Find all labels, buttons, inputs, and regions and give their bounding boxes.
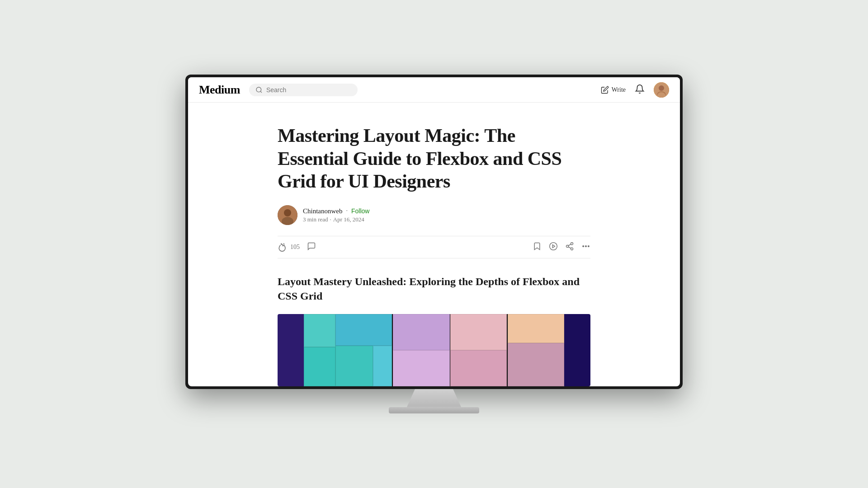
svg-point-0 (256, 87, 261, 92)
cell-pink-top (450, 314, 507, 350)
col-pink (450, 314, 507, 386)
col-blue (335, 314, 392, 386)
svg-point-12 (571, 248, 573, 250)
cell-blue-bottom-group (335, 346, 392, 386)
article-image (278, 314, 590, 386)
cell-lavender-bottom (393, 350, 449, 386)
user-avatar[interactable] (654, 82, 669, 98)
cell-cyan-top (304, 314, 335, 347)
author-info: Chintanonweb · Follow 3 min read · Apr 1… (303, 207, 369, 223)
svg-line-13 (568, 247, 571, 249)
svg-point-15 (583, 246, 584, 247)
app-logo[interactable]: Medium (199, 83, 240, 97)
cell-teal (335, 346, 373, 386)
col-purple-right (564, 314, 590, 386)
play-icon (549, 242, 558, 251)
author-name-row: Chintanonweb · Follow (303, 207, 369, 215)
save-button[interactable] (533, 242, 542, 253)
color-grid (278, 314, 590, 386)
col-purple-left (278, 314, 304, 386)
author-avatar[interactable] (278, 205, 297, 225)
avatar-svg (654, 82, 669, 98)
col-salmon (508, 314, 564, 386)
col-lavender (393, 314, 449, 386)
notifications-button[interactable] (635, 84, 645, 96)
article-container: Mastering Layout Magic: The Essential Gu… (267, 103, 601, 386)
svg-point-17 (588, 246, 590, 247)
clap-icon (278, 242, 288, 252)
share-button[interactable] (565, 242, 574, 253)
comment-icon (307, 242, 316, 251)
read-time: 3 min read (303, 216, 328, 223)
article-meta: 3 min read · Apr 16, 2024 (303, 216, 369, 223)
svg-point-6 (284, 209, 291, 216)
bell-icon (635, 84, 645, 94)
follow-button[interactable]: Follow (351, 207, 369, 215)
publish-date: Apr 16, 2024 (333, 216, 364, 223)
search-input[interactable] (266, 86, 351, 94)
browser-content: Medium Write (188, 77, 680, 386)
author-avatar-svg (278, 205, 297, 225)
listen-button[interactable] (549, 242, 558, 253)
author-dot: · (346, 207, 348, 215)
cell-cyan-bottom (304, 347, 335, 386)
cell-salmon-top (508, 314, 564, 343)
cell-sky (373, 346, 392, 386)
article-title: Mastering Layout Magic: The Essential Gu… (278, 124, 590, 192)
write-button[interactable]: Write (601, 86, 626, 94)
author-name[interactable]: Chintanonweb (303, 207, 343, 215)
cell-salmon-bottom (508, 343, 564, 386)
cell-blue-top (335, 314, 392, 346)
more-icon (581, 242, 590, 251)
col-cyan (304, 314, 335, 386)
cell-pink-bottom (450, 350, 507, 386)
write-label: Write (612, 86, 626, 94)
cell-lavender-top (393, 314, 449, 350)
clap-button[interactable]: 105 (278, 242, 300, 252)
avatar-image (654, 82, 669, 98)
nav-right: Write (601, 82, 669, 98)
author-row: Chintanonweb · Follow 3 min read · Apr 1… (278, 205, 590, 225)
monitor-stand (407, 389, 461, 407)
monitor-screen: Medium Write (185, 75, 683, 389)
svg-marker-9 (552, 245, 555, 248)
svg-point-16 (585, 246, 587, 247)
clap-count: 105 (290, 244, 300, 251)
svg-point-3 (659, 85, 664, 91)
action-left: 105 (278, 242, 316, 253)
svg-point-11 (566, 245, 569, 248)
share-icon (565, 242, 574, 251)
article-subheading: Layout Mastery Unleashed: Exploring the … (278, 275, 590, 303)
monitor-wrapper: Medium Write (181, 75, 687, 413)
bookmark-icon (533, 242, 542, 251)
monitor-base (389, 407, 479, 413)
write-icon (601, 86, 609, 94)
comment-button[interactable] (307, 242, 316, 253)
svg-point-8 (550, 243, 557, 250)
more-button[interactable] (581, 242, 590, 253)
svg-line-14 (568, 244, 571, 246)
svg-line-1 (260, 91, 262, 93)
meta-dot: · (330, 216, 331, 223)
navbar: Medium Write (188, 77, 680, 103)
action-bar: 105 (278, 236, 590, 258)
svg-point-10 (571, 243, 573, 245)
search-bar[interactable] (249, 84, 358, 96)
action-right (533, 242, 590, 253)
search-icon (255, 86, 263, 94)
